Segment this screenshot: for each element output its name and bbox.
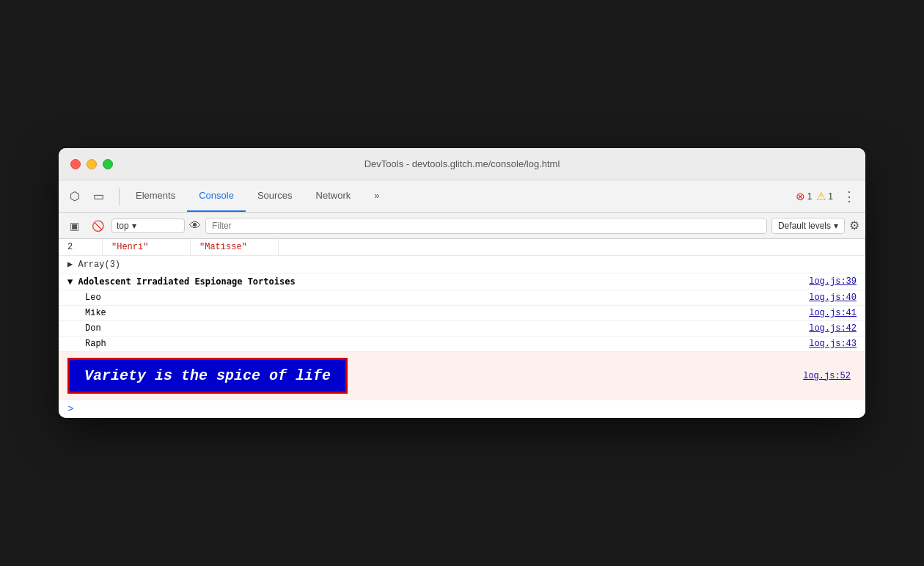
- sidebar-toggle-icon: ▣: [70, 220, 79, 232]
- group-items: Leolog.js:40Mikelog.js:41Donlog.js:42Rap…: [59, 290, 865, 352]
- minimize-button[interactable]: [87, 159, 97, 169]
- titlebar: DevTools - devtools.glitch.me/console/lo…: [59, 148, 865, 180]
- tab-sources[interactable]: Sources: [246, 180, 304, 212]
- console-input[interactable]: [78, 404, 857, 414]
- tab-more[interactable]: »: [362, 180, 391, 212]
- error-icon: ⊗: [796, 190, 805, 203]
- error-badge: ⊗ 1: [796, 190, 813, 203]
- array-row: ▶ Array(3): [59, 256, 865, 273]
- group-toggle-icon[interactable]: ▼ Adolescent Irradiated Espionage Tortoi…: [67, 276, 296, 287]
- styled-output-text: Variety is the spice of life: [84, 367, 331, 384]
- warning-badge: ⚠ 1: [816, 190, 833, 203]
- log-group-header: ▼ Adolescent Irradiated Espionage Tortoi…: [59, 273, 865, 290]
- close-button[interactable]: [70, 159, 81, 169]
- tab-network[interactable]: Network: [304, 180, 363, 212]
- prompt-row: >: [59, 400, 865, 418]
- filter-input[interactable]: [205, 218, 767, 234]
- window-title: DevTools - devtools.glitch.me/console/lo…: [364, 158, 560, 169]
- table-cell-last-name: "Matisse": [191, 239, 279, 255]
- settings-gear-icon[interactable]: ⚙: [849, 218, 859, 232]
- list-item: Donlog.js:42: [59, 321, 865, 337]
- clear-icon: 🚫: [92, 220, 104, 232]
- chevron-down-icon: ▾: [132, 221, 136, 231]
- log-item-source-link[interactable]: log.js:43: [809, 339, 857, 349]
- log-item-source-link[interactable]: log.js:42: [809, 323, 857, 334]
- table-cell-empty: [279, 239, 865, 255]
- inspect-icon-button[interactable]: ▭: [88, 186, 109, 207]
- error-count: 1: [807, 191, 813, 202]
- context-selector[interactable]: top ▾: [111, 218, 185, 233]
- styled-source-link[interactable]: log.js:52: [803, 371, 857, 381]
- tab-elements[interactable]: Elements: [124, 180, 187, 212]
- toolbar-right: ⊗ 1 ⚠ 1 ⋮: [796, 186, 859, 207]
- badge-group: ⊗ 1 ⚠ 1: [796, 190, 833, 203]
- prompt-chevron-icon: >: [67, 403, 73, 415]
- eye-icon[interactable]: 👁: [189, 219, 201, 232]
- log-item-label: Don: [85, 323, 101, 334]
- warning-icon: ⚠: [816, 190, 826, 203]
- tabs-toolbar: ⬡ ▭ Elements Console Sources Network » ⊗…: [59, 180, 865, 213]
- tabs-list: Elements Console Sources Network »: [124, 180, 796, 212]
- log-item-source-link[interactable]: log.js:40: [809, 293, 857, 303]
- table-cell-first-name: "Henri": [103, 239, 191, 255]
- traffic-lights: [70, 159, 113, 169]
- cursor-icon: ⬡: [70, 189, 80, 203]
- styled-output-row: Variety is the spice of life log.js:52: [59, 352, 865, 400]
- cursor-icon-button[interactable]: ⬡: [65, 186, 85, 207]
- table-row: 2 "Henri" "Matisse": [59, 239, 865, 256]
- log-item-label: Raph: [85, 339, 106, 349]
- table-cell-index: 2: [59, 239, 103, 255]
- levels-label: Default levels: [778, 221, 831, 231]
- list-item: Mikelog.js:41: [59, 306, 865, 321]
- inspect-icon: ▭: [93, 189, 104, 203]
- maximize-button[interactable]: [103, 159, 113, 169]
- list-item: Raphlog.js:43: [59, 337, 865, 352]
- levels-dropdown[interactable]: Default levels ▾: [771, 218, 845, 234]
- styled-text-box: Variety is the spice of life: [67, 358, 348, 394]
- context-value: top: [117, 221, 129, 231]
- levels-chevron-icon: ▾: [834, 221, 838, 231]
- tab-console[interactable]: Console: [187, 180, 246, 212]
- more-options-button[interactable]: ⋮: [839, 186, 859, 207]
- sidebar-toggle-button[interactable]: ▣: [65, 216, 84, 235]
- list-item: Leolog.js:40: [59, 290, 865, 306]
- array-expand-icon[interactable]: ▶ Array(3): [67, 259, 120, 270]
- log-item-label: Leo: [85, 293, 101, 303]
- warning-count: 1: [828, 191, 833, 202]
- toolbar-icons: ⬡ ▭: [65, 186, 109, 207]
- console-toolbar: ▣ 🚫 top ▾ 👁 Default levels ▾ ⚙: [59, 213, 865, 239]
- devtools-window: DevTools - devtools.glitch.me/console/lo…: [59, 148, 865, 418]
- log-item-label: Mike: [85, 308, 106, 318]
- group-source-link[interactable]: log.js:39: [809, 276, 857, 287]
- toolbar-divider: [119, 188, 120, 205]
- clear-console-button[interactable]: 🚫: [88, 216, 107, 235]
- console-content: 2 "Henri" "Matisse" ▶ Array(3) ▼ Adolesc…: [59, 239, 865, 418]
- log-item-source-link[interactable]: log.js:41: [809, 308, 857, 318]
